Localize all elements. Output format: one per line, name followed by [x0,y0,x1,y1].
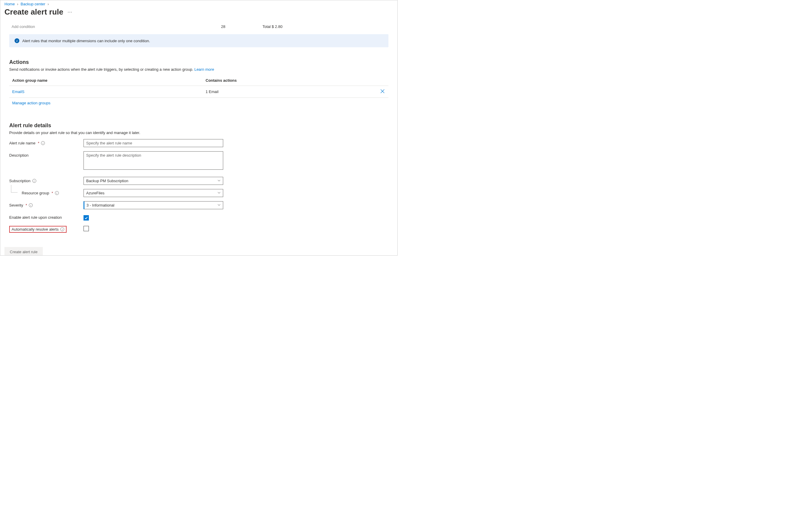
auto-resolve-highlight: Automatically resolve alerts i [9,226,67,233]
tree-connector [11,185,18,193]
add-condition-label[interactable]: Add condition [12,24,184,29]
action-group-link[interactable]: EmailS [12,90,24,94]
condition-summary-row: Add condition 28 Total $ 2.80 [9,22,389,34]
info-banner: i Alert rules that monitor multiple dime… [9,34,389,47]
details-heading: Alert rule details [9,122,389,129]
chevron-right-icon: › [17,2,18,6]
resource-group-select[interactable]: AzureFiles [83,189,223,197]
chevron-right-icon: › [48,2,49,6]
breadcrumb-backup-center[interactable]: Backup center [20,2,45,6]
info-outline-icon[interactable]: i [41,141,45,145]
table-row: EmailS 1 Email [9,86,389,98]
manage-action-groups-link[interactable]: Manage action groups [12,101,51,105]
resource-group-label: Resource group [22,191,49,195]
description-label: Description [9,153,29,157]
info-icon: i [15,38,19,43]
col-action-group-name: Action group name [9,75,203,86]
actions-description: Send notifications or invoke actions whe… [9,67,389,72]
info-banner-text: Alert rules that monitor multiple dimens… [22,39,150,43]
learn-more-link[interactable]: Learn more [194,67,214,72]
auto-resolve-checkbox[interactable] [83,226,89,231]
description-input[interactable] [83,151,223,170]
severity-select[interactable]: 3 - Informational [83,201,223,209]
required-marker: * [38,141,39,145]
alert-rule-name-label: Alert rule name [9,141,35,145]
condition-total: Total $ 2.80 [262,24,386,29]
info-outline-icon[interactable]: i [32,179,36,183]
required-marker: * [52,191,53,195]
severity-label: Severity [9,203,23,207]
info-outline-icon[interactable]: i [60,227,64,231]
action-group-contains: 1 Email [203,86,377,98]
auto-resolve-label: Automatically resolve alerts [12,227,59,231]
enable-on-creation-checkbox[interactable] [83,215,89,221]
remove-icon[interactable] [380,90,385,95]
create-alert-rule-button[interactable]: Create alert rule [4,247,43,255]
action-groups-table: Action group name Contains actions Email… [9,75,389,108]
condition-count: 28 [184,24,263,29]
info-outline-icon[interactable]: i [29,203,33,207]
actions-heading: Actions [9,59,389,65]
breadcrumb: Home › Backup center › [0,0,397,7]
details-description: Provide details on your alert rule so th… [9,131,389,135]
enable-on-creation-label: Enable alert rule upon creation [9,215,62,220]
alert-rule-name-input[interactable] [83,139,223,147]
subscription-select[interactable]: Backup PM Subscription [83,177,223,185]
col-contains-actions: Contains actions [203,75,377,86]
subscription-label: Subscription [9,178,31,183]
breadcrumb-home[interactable]: Home [4,2,15,6]
info-outline-icon[interactable]: i [55,191,59,195]
more-menu-icon[interactable]: ⋯ [68,9,73,15]
page-title: Create alert rule [4,7,63,17]
required-marker: * [25,203,27,207]
